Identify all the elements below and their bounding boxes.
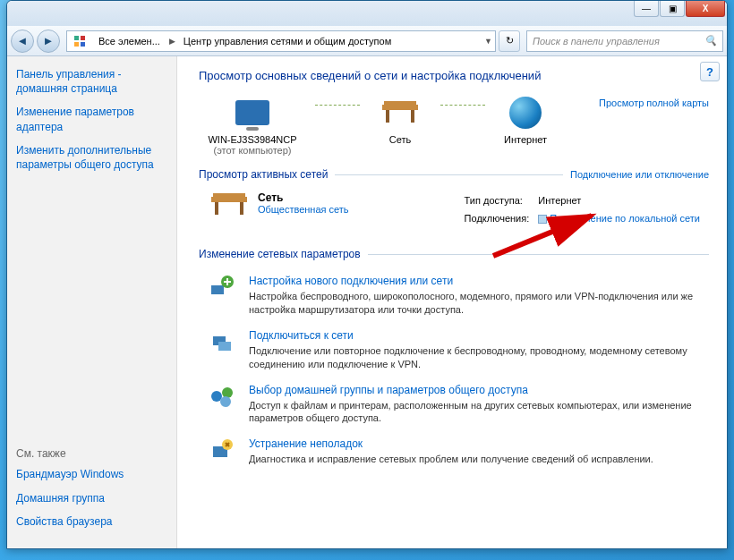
- back-button[interactable]: ◄: [11, 30, 34, 53]
- svg-rect-7: [411, 110, 414, 123]
- svg-rect-6: [386, 110, 389, 123]
- svg-point-18: [222, 387, 233, 398]
- page-title: Просмотр основных сведений о сети и наст…: [199, 69, 709, 82]
- addr-dropdown-icon[interactable]: ▼: [482, 37, 495, 46]
- close-button[interactable]: X: [686, 1, 725, 17]
- node-internet-label: Интернет: [494, 134, 557, 145]
- divider: [335, 174, 563, 175]
- settings-item-connect: Подключиться к сети Подключение или повт…: [199, 320, 709, 375]
- new-connection-icon: [209, 275, 238, 317]
- node-internet: Интернет: [494, 95, 557, 145]
- breadcrumb-arrow-icon: ▶: [166, 37, 178, 46]
- titlebar: — ▣ X: [7, 1, 727, 26]
- node-pc-name: WIN-EJ3S3984NCP: [199, 134, 306, 145]
- control-panel-window: — ▣ X ◄ ► Все элемен... ▶ Центр управлен…: [6, 0, 728, 549]
- pc-icon: [232, 95, 273, 131]
- svg-rect-10: [215, 202, 218, 215]
- node-this-pc: WIN-EJ3S3984NCP (этот компьютер): [199, 95, 306, 156]
- svg-rect-8: [211, 197, 247, 202]
- breadcrumb-all-items[interactable]: Все элемен...: [93, 31, 166, 51]
- bench-icon: [380, 95, 421, 131]
- forward-button[interactable]: ►: [37, 30, 60, 53]
- navbar: ◄ ► Все элемен... ▶ Центр управления сет…: [7, 26, 727, 56]
- active-network-type-link[interactable]: Общественная сеть: [258, 204, 349, 215]
- access-type-value: Интернет: [538, 193, 707, 209]
- svg-rect-11: [240, 202, 243, 215]
- search-input[interactable]: Поиск в панели управления 🔍: [526, 30, 723, 52]
- divider: [368, 254, 709, 255]
- connect-disconnect-link[interactable]: Подключение или отключение: [570, 169, 709, 180]
- sidebar-adapter-link[interactable]: Изменение параметров адаптера: [16, 105, 167, 133]
- settings-item-desc: Подключение или повторное подключение к …: [249, 344, 705, 371]
- settings-item-title[interactable]: Подключиться к сети: [249, 329, 705, 342]
- sidebar: Панель управления - домашняя страница Из…: [7, 56, 177, 548]
- svg-point-19: [220, 396, 231, 407]
- refresh-button[interactable]: ↻: [499, 30, 520, 52]
- sidebar-homegroup-link[interactable]: Домашняя группа: [16, 491, 167, 505]
- svg-rect-3: [81, 42, 85, 47]
- globe-icon: [505, 95, 546, 131]
- settings-item-title[interactable]: Настройка нового подключения или сети: [249, 275, 705, 287]
- search-icon: 🔍: [704, 35, 717, 47]
- maximize-button[interactable]: ▣: [660, 1, 685, 17]
- svg-rect-1: [81, 36, 85, 40]
- nic-icon: [538, 215, 547, 224]
- settings-item-desc: Диагностика и исправление сетевых пробле…: [249, 453, 653, 466]
- svg-rect-9: [213, 193, 245, 197]
- svg-rect-5: [384, 101, 416, 105]
- settings-item-troubleshoot: Устранение неполадок Диагностика и испра…: [199, 428, 709, 470]
- svg-point-17: [211, 391, 222, 402]
- node-network: Сеть: [369, 95, 431, 145]
- address-bar[interactable]: Все элемен... ▶ Центр управления сетями …: [66, 30, 496, 52]
- settings-item-title[interactable]: Выбор домашней группы и параметров общег…: [249, 384, 705, 396]
- settings-item-new-connection: Настройка нового подключения или сети На…: [199, 266, 709, 320]
- sidebar-browser-props-link[interactable]: Свойства браузера: [16, 514, 167, 529]
- settings-item-desc: Настройка беспроводного, широкополосного…: [249, 290, 705, 317]
- sidebar-firewall-link[interactable]: Брандмауэр Windows: [16, 467, 167, 481]
- troubleshoot-icon: [209, 437, 238, 466]
- active-network-name: Сеть: [258, 191, 349, 204]
- local-connection-link[interactable]: Подключение по локальной сети: [550, 213, 700, 224]
- view-full-map-link[interactable]: Просмотр полной карты: [599, 98, 709, 108]
- svg-rect-2: [74, 42, 79, 47]
- sidebar-home-link[interactable]: Панель управления - домашняя страница: [16, 67, 167, 96]
- sidebar-sharing-link[interactable]: Изменить дополнительные параметры общего…: [16, 143, 167, 172]
- settings-item-desc: Доступ к файлам и принтерам, расположенн…: [249, 399, 705, 426]
- main-content: ? Просмотр основных сведений о сети и на…: [177, 56, 727, 548]
- active-networks-title: Просмотр активных сетей: [199, 168, 328, 181]
- active-network-panel: Сеть Общественная сеть Тип доступа: Инте…: [199, 186, 709, 233]
- network-bench-icon: [209, 191, 249, 220]
- connect-icon: [209, 329, 238, 371]
- settings-item-homegroup: Выбор домашней группы и параметров общег…: [199, 375, 709, 429]
- svg-rect-0: [74, 36, 79, 40]
- access-type-label: Тип доступа:: [465, 193, 537, 209]
- change-settings-title: Изменение сетевых параметров: [199, 248, 361, 260]
- connections-label: Подключения:: [465, 211, 537, 227]
- svg-rect-16: [218, 342, 231, 351]
- connector-icon: [440, 95, 485, 115]
- minimize-button[interactable]: —: [634, 1, 659, 17]
- node-network-label: Сеть: [369, 134, 431, 145]
- svg-rect-4: [382, 105, 418, 110]
- breadcrumb-network-center[interactable]: Центр управления сетями и общим доступом: [178, 31, 397, 51]
- search-placeholder: Поиск в панели управления: [533, 36, 660, 47]
- settings-item-title[interactable]: Устранение неполадок: [249, 437, 653, 450]
- homegroup-icon: [209, 384, 238, 426]
- node-pc-sub: (этот компьютер): [199, 145, 306, 156]
- sidebar-see-also-title: См. также: [16, 447, 167, 460]
- help-button[interactable]: ?: [700, 62, 720, 81]
- svg-rect-13: [211, 285, 224, 294]
- connector-icon: [315, 95, 360, 115]
- breadcrumb-icon[interactable]: [67, 31, 93, 51]
